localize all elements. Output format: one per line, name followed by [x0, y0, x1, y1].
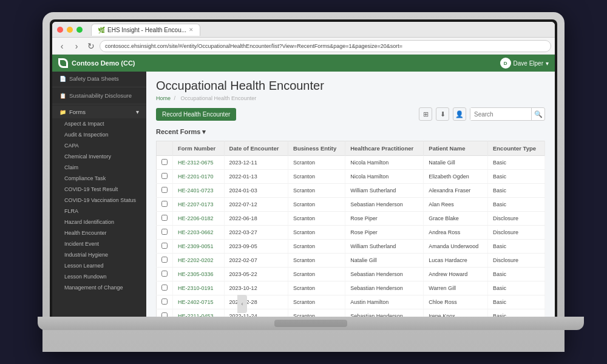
sidebar-item-health-encounter[interactable]: Health Encounter [52, 228, 146, 238]
row-checkbox[interactable] [157, 240, 173, 254]
toolbar-right: ⊞ ⬇ 👤 🔍 [419, 107, 545, 121]
sidebar-item-capa[interactable]: CAPA [52, 140, 146, 151]
table-row: HE-2206-0182 2022-06-18 Scranton Rose Pi… [157, 212, 545, 226]
row-type: Basic [487, 198, 544, 212]
row-checkbox[interactable] [157, 198, 173, 212]
row-form-number[interactable]: HE-2401-0723 [173, 184, 225, 198]
row-checkbox[interactable] [157, 268, 173, 281]
sidebar-item-flra[interactable]: FLRA [52, 206, 146, 217]
table-row: HE-2309-0051 2023-09-05 Scranton William… [157, 240, 545, 254]
breadcrumb-separator: / [174, 95, 176, 101]
sidebar-label-safety: Safety Data Sheets [69, 75, 119, 82]
col-checkbox [157, 141, 173, 156]
row-checkbox[interactable] [157, 281, 173, 295]
row-date: 2024-01-03 [224, 184, 288, 198]
row-checkbox[interactable] [157, 254, 173, 268]
row-form-number[interactable]: HE-2305-0336 [173, 268, 225, 281]
row-form-number[interactable]: HE-2309-0051 [173, 240, 225, 254]
browser-titlebar: 🌿 EHS Insight - Health Encou... ✕ [52, 22, 555, 38]
row-patient: Irene Knox [424, 309, 488, 317]
sidebar-item-industrial-hygiene[interactable]: Industrial Hygiene [52, 249, 146, 260]
back-button[interactable]: ‹ [56, 40, 68, 52]
browser-tab[interactable]: 🌿 EHS Insight - Health Encou... ✕ [91, 24, 200, 36]
breadcrumb-home[interactable]: Home [156, 95, 171, 101]
row-practitioner: Rose Piper [345, 212, 424, 226]
row-patient: Alan Rees [424, 198, 488, 212]
col-date: Date of Encounter [224, 141, 288, 156]
sidebar-item-forms[interactable]: 📁 Forms ▾ [52, 106, 146, 118]
sidebar-item-aspect-impact[interactable]: Aspect & Impact [52, 118, 146, 129]
row-form-number[interactable]: HE-2312-0675 [173, 156, 225, 170]
breadcrumb: Home / Occupational Health Encounter [156, 95, 545, 101]
row-checkbox[interactable] [157, 226, 173, 240]
section-header[interactable]: Recent Forms ▾ [156, 128, 545, 136]
tab-close-icon[interactable]: ✕ [189, 27, 194, 33]
row-type: Disclosure [487, 226, 544, 240]
col-practitioner: Healthcare Practitioner [345, 141, 424, 156]
row-patient: Alexandra Fraser [424, 184, 488, 198]
sidebar: 📄 Safety Data Sheets 📋 Sustainability Di… [52, 72, 146, 317]
reload-button[interactable]: ↻ [85, 40, 97, 52]
row-type: Basic [487, 309, 544, 317]
sidebar-item-mgmt-change[interactable]: Management of Change [52, 282, 146, 293]
row-checkbox[interactable] [157, 184, 173, 198]
sidebar-item-sustainability[interactable]: 📋 Sustainability Disclosure [52, 89, 146, 103]
maximize-btn[interactable] [76, 27, 83, 33]
forward-button[interactable]: › [70, 40, 83, 52]
row-entity: Scranton [288, 170, 345, 184]
sidebar-item-covid-vaccination[interactable]: COVID-19 Vaccination Status [52, 195, 146, 206]
sidebar-collapse-button[interactable]: ‹ [237, 295, 247, 313]
row-form-number[interactable]: HE-2402-0715 [173, 295, 225, 309]
download-button[interactable]: ⬇ [436, 107, 449, 121]
minimize-btn[interactable] [67, 27, 73, 33]
close-btn[interactable] [57, 27, 63, 33]
user-dropdown-icon[interactable]: ▾ [546, 60, 549, 67]
row-form-number[interactable]: HE-2211-0453 [173, 309, 225, 317]
sidebar-item-chemical-inventory[interactable]: Chemical Inventory [52, 151, 146, 162]
avatar: D [500, 58, 511, 69]
row-form-number[interactable]: HE-2310-0191 [173, 281, 225, 295]
row-checkbox[interactable] [157, 295, 173, 309]
table-row: HE-2202-0202 2022-02-07 Scranton Natalie… [157, 254, 545, 268]
sidebar-item-compliance-task[interactable]: Compliance Task [52, 173, 146, 184]
row-checkbox[interactable] [157, 309, 173, 317]
trackpad[interactable] [274, 320, 347, 327]
row-type: Disclosure [487, 254, 544, 268]
search-submit-button[interactable]: 🔍 [531, 108, 544, 120]
sidebar-item-claim[interactable]: Claim [52, 162, 146, 173]
sustainability-icon: 📋 [59, 93, 66, 99]
row-practitioner: Nicola Hamilton [345, 170, 424, 184]
row-form-number[interactable]: HE-2202-0202 [173, 254, 225, 268]
sidebar-item-safety-data-sheets[interactable]: 📄 Safety Data Sheets [52, 72, 146, 86]
row-form-number[interactable]: HE-2207-0173 [173, 198, 225, 212]
address-bar[interactable]: contosocc.ehsinsight.com/site/#/entity/O… [100, 40, 551, 52]
row-form-number[interactable]: HE-2203-0662 [173, 226, 225, 240]
row-checkbox[interactable] [157, 170, 173, 184]
row-practitioner: Sebastian Henderson [345, 281, 424, 295]
row-form-number[interactable]: HE-2201-0170 [173, 170, 225, 184]
screen-bezel: 🌿 EHS Insight - Health Encou... ✕ ‹ › ↻ … [50, 19, 557, 317]
sidebar-item-lesson-rundown[interactable]: Lesson Rundown [52, 271, 146, 282]
sidebar-item-covid-test[interactable]: COVID-19 Test Result [52, 184, 146, 195]
sidebar-item-lesson-learned[interactable]: Lesson Learned [52, 260, 146, 271]
sidebar-item-incident-event[interactable]: Incident Event [52, 238, 146, 249]
sidebar-item-hazard[interactable]: Hazard Identification [52, 217, 146, 228]
sidebar-item-audit-inspection[interactable]: Audit & Inspection [52, 129, 146, 140]
row-type: Basic [487, 156, 544, 170]
row-patient: Natalie Gill [424, 156, 488, 170]
row-entity: Scranton [288, 254, 345, 268]
row-date: 2022-07-12 [224, 198, 288, 212]
row-checkbox[interactable] [157, 212, 173, 226]
table-row: HE-2312-0675 2023-12-11 Scranton Nicola … [157, 156, 545, 170]
user-badge[interactable]: D Dave Elper ▾ [500, 58, 549, 69]
row-form-number[interactable]: HE-2206-0182 [173, 212, 225, 226]
browser-window: 🌿 EHS Insight - Health Encou... ✕ ‹ › ↻ … [52, 22, 555, 317]
safety-icon: 📄 [59, 76, 66, 82]
search-input[interactable] [470, 108, 531, 120]
record-health-encounter-button[interactable]: Record Health Encounter [156, 108, 236, 121]
table-row: HE-2401-0723 2024-01-03 Scranton William… [157, 184, 545, 198]
grid-view-button[interactable]: ⊞ [419, 107, 432, 121]
row-entity: Scranton [288, 212, 345, 226]
user-icon-button[interactable]: 👤 [453, 107, 466, 121]
row-checkbox[interactable] [157, 156, 173, 170]
